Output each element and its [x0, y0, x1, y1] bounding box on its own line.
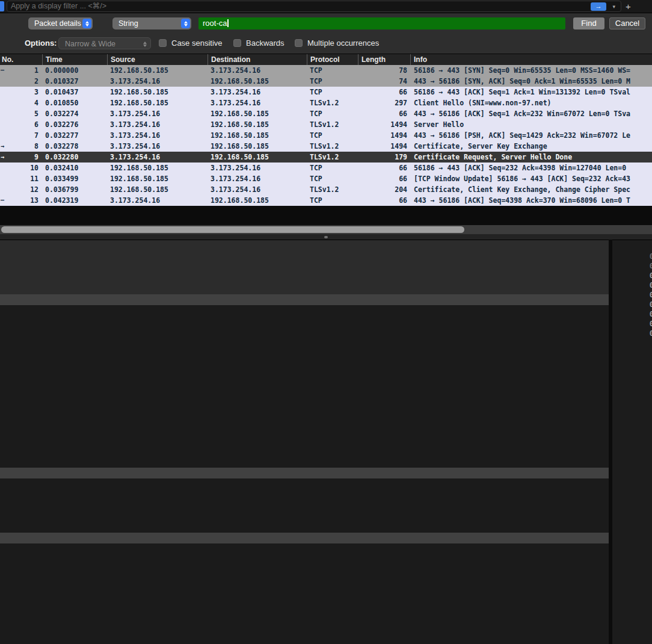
- case-sensitive-checkbox[interactable]: Case sensitive: [159, 39, 223, 48]
- detail-row[interactable]: Handshake Type: Server Hello Done (14): [0, 608, 609, 619]
- pane-splitter[interactable]: [0, 234, 652, 240]
- column-header-source[interactable]: Source: [107, 54, 208, 65]
- packet-row[interactable]: 5 0.032274 3.173.254.16 192.168.50.185 T…: [0, 108, 652, 119]
- detail-row[interactable]: Handshake Protocol: Certificate Request: [0, 359, 609, 370]
- packet-length: 66: [358, 87, 410, 98]
- detail-row[interactable]: Length: 0: [0, 619, 609, 630]
- packet-row[interactable]: 3 0.010437 192.168.50.185 3.173.254.16 T…: [0, 87, 652, 98]
- filter-bookmark-icon[interactable]: [0, 1, 4, 11]
- detail-row[interactable]: Ethernet II, Src: Yamaha_b2:62:26 (ac:44…: [0, 251, 609, 262]
- detail-row[interactable]: Distinguished Names (104 bytes): [0, 446, 609, 457]
- packet-time: 0.036799: [42, 184, 107, 195]
- text-cursor: [227, 19, 229, 27]
- packet-row[interactable]: → 8 0.032278 3.173.254.16 192.168.50.185…: [0, 141, 652, 152]
- packet-row[interactable]: 11 0.033499 192.168.50.185 3.173.254.16 …: [0, 173, 652, 184]
- packet-row[interactable]: 4 0.010850 192.168.50.185 3.173.254.16 T…: [0, 98, 652, 108]
- detail-row[interactable]: Version: TLS 1.2 (0x0303): [0, 338, 609, 348]
- packet-row[interactable]: — 13 0.042319 3.173.254.16 192.168.50.18…: [0, 195, 652, 206]
- packet-no: 4: [8, 98, 42, 108]
- scrollbar-handle[interactable]: [1, 226, 464, 233]
- packet-row[interactable]: 6 0.032276 3.173.254.16 192.168.50.185 T…: [0, 119, 652, 130]
- column-header-no[interactable]: No.: [0, 54, 42, 65]
- detail-row[interactable]: Distinguished Names Length: 104: [0, 435, 609, 446]
- add-filter-button[interactable]: +: [626, 1, 631, 13]
- packet-no: 11: [8, 173, 42, 184]
- detail-row[interactable]: RDNSequence item: 1 item (id-at-organiza…: [0, 511, 609, 522]
- packet-protocol: TCP: [307, 87, 358, 98]
- detail-row[interactable]: RDNSequence item: 1 item (id-at-countryN…: [0, 478, 609, 489]
- search-in-select[interactable]: Packet details: [28, 17, 93, 29]
- detail-row[interactable]: [Stream index: 0]: [0, 305, 609, 316]
- apply-filter-button[interactable]: →: [591, 2, 606, 11]
- packet-row[interactable]: 2 0.010327 3.173.254.16 192.168.50.185 T…: [0, 76, 652, 87]
- hex-row[interactable]: 000010: [612, 242, 652, 252]
- checkbox-box[interactable]: [159, 39, 167, 47]
- column-header-length[interactable]: Length: [358, 54, 410, 65]
- packet-list: — 1 0.000000 192.168.50.185 3.173.254.16…: [0, 65, 652, 206]
- detail-row[interactable]: Handshake Protocol: Server Hello Done: [0, 598, 609, 608]
- column-header-time[interactable]: Time: [42, 54, 107, 65]
- detail-row[interactable]: RDNSequence item: 1 item (id-at-commonNa…: [0, 522, 609, 533]
- packet-row[interactable]: 12 0.036799 192.168.50.185 3.173.254.16 …: [0, 184, 652, 195]
- detail-row[interactable]: Internet Protocol Version 4, Src: 3.173.…: [0, 262, 609, 273]
- select-stepper-icon: [181, 19, 190, 28]
- hex-offset: 0050: [650, 300, 652, 309]
- search-type-select[interactable]: String: [112, 17, 191, 29]
- display-filter-input[interactable]: Apply a display filter ... <⌘/> → ▾: [7, 1, 621, 12]
- column-header-info[interactable]: Info: [410, 54, 652, 65]
- detail-row[interactable]: Content Type: Handshake (22): [0, 565, 609, 576]
- column-header-protocol[interactable]: Protocol: [307, 54, 358, 65]
- packet-length: 74: [358, 76, 410, 87]
- detail-row[interactable]: TLSv1.2 Record Layer: Handshake Protocol…: [0, 554, 609, 565]
- detail-row[interactable]: Transport Layer Security: [0, 533, 609, 543]
- detail-row[interactable]: Signature Hash Algorithms (12 algorithms…: [0, 424, 609, 435]
- detail-row[interactable]: Length: 139: [0, 348, 609, 359]
- detail-row[interactable]: [2 Reassembled TCP Segments (144 bytes):…: [0, 283, 609, 294]
- packet-row[interactable]: 10 0.032410 192.168.50.185 3.173.254.16 …: [0, 163, 652, 173]
- multiple-occurrences-label: Multiple occurrences: [307, 39, 379, 48]
- detail-row[interactable]: Distinguished Name: (id-at-commonName=ro…: [0, 468, 609, 478]
- multiple-occurrences-checkbox[interactable]: Multiple occurrences: [295, 39, 379, 48]
- detail-row[interactable]: Frame 9: Packet, 179 bytes on wire (1432…: [0, 240, 609, 251]
- backwards-label: Backwards: [246, 39, 284, 48]
- detail-row[interactable]: TLSv1.2 Record Layer: Handshake Protocol…: [0, 316, 609, 327]
- packet-destination: 3.173.254.16: [208, 65, 307, 76]
- packet-protocol: TCP: [307, 163, 358, 173]
- detail-row[interactable]: Certificate types (2 types): [0, 403, 609, 413]
- packet-destination: 192.168.50.185: [208, 76, 307, 87]
- packet-protocol: TLSv1.2: [307, 98, 358, 108]
- detail-row[interactable]: Certificate types count: 2: [0, 392, 609, 403]
- detail-row[interactable]: Transmission Control Protocol, Src Port:…: [0, 273, 609, 283]
- detail-row[interactable]: Length: 135: [0, 381, 609, 392]
- packet-details-pane: Frame 9: Packet, 179 bytes on wire (1432…: [0, 240, 609, 644]
- backwards-checkbox[interactable]: Backwards: [233, 39, 284, 48]
- splitter-grip-icon[interactable]: [324, 236, 328, 238]
- detail-row[interactable]: RDNSequence item: 1 item (id-at-locality…: [0, 500, 609, 511]
- detail-row[interactable]: Distinguished Name Length: 102: [0, 457, 609, 468]
- filter-history-caret-icon[interactable]: ▾: [612, 2, 615, 11]
- detail-row[interactable]: Length: 4: [0, 587, 609, 598]
- packet-destination: 192.168.50.185: [208, 195, 307, 206]
- packet-time: 0.032276: [42, 119, 107, 130]
- horizontal-scrollbar[interactable]: [0, 225, 652, 234]
- packet-row[interactable]: → 9 0.032280 3.173.254.16 192.168.50.185…: [0, 152, 652, 163]
- packet-row[interactable]: — 1 0.000000 192.168.50.185 3.173.254.16…: [0, 65, 652, 76]
- packet-row[interactable]: 7 0.032277 3.173.254.16 192.168.50.185 T…: [0, 130, 652, 141]
- find-search-input[interactable]: root-ca: [198, 17, 565, 29]
- detail-row[interactable]: [Stream index: 0]: [0, 543, 609, 554]
- wireshark-window: Apply a display filter ... <⌘/> → ▾ + Pa…: [0, 0, 652, 644]
- detail-row[interactable]: RDNSequence item: 1 item (id-at-stateOrP…: [0, 489, 609, 500]
- column-header-destination[interactable]: Destination: [208, 54, 307, 65]
- packet-no: 10: [8, 163, 42, 173]
- cancel-button[interactable]: Cancel: [609, 17, 645, 29]
- detail-row[interactable]: Handshake Type: Certificate Request (13): [0, 370, 609, 381]
- find-packet-toolbar: Packet details String root-ca Find Cance…: [0, 13, 652, 54]
- detail-row[interactable]: Version: TLS 1.2 (0x0303): [0, 576, 609, 587]
- checkbox-box[interactable]: [295, 39, 303, 47]
- checkbox-box[interactable]: [233, 39, 241, 47]
- detail-row[interactable]: Signature Hash Algorithms Length: 24: [0, 413, 609, 424]
- packet-marker-icon: →: [0, 141, 8, 152]
- detail-row[interactable]: Transport Layer Security: [0, 294, 609, 305]
- detail-row[interactable]: Content Type: Handshake (22): [0, 327, 609, 338]
- find-button[interactable]: Find: [573, 17, 604, 29]
